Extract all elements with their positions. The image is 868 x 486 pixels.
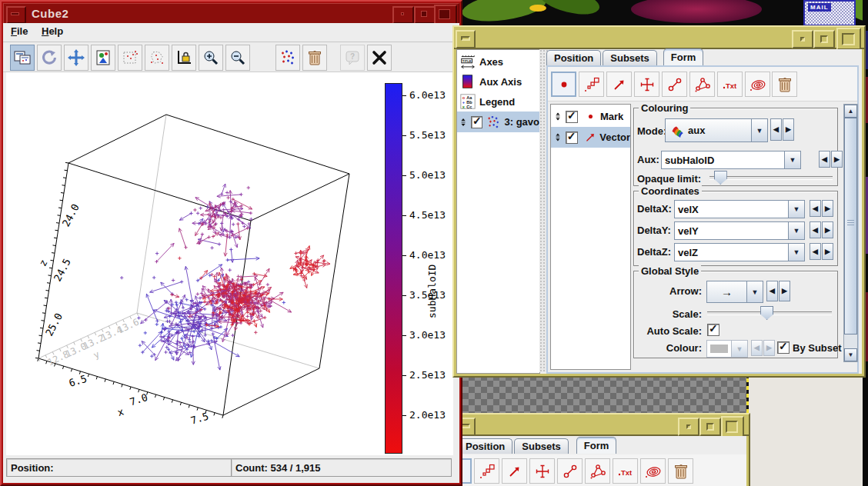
vector-button[interactable] [502, 458, 527, 484]
chevron-down-icon[interactable]: ▼ [784, 151, 800, 168]
size-button[interactable] [474, 458, 499, 484]
chevron-down-icon[interactable]: ▼ [751, 119, 767, 141]
main-window-shade-button[interactable] [392, 6, 414, 24]
form-layers-list[interactable]: Mark Vector [550, 104, 631, 370]
deltax-spinner[interactable]: ◀▶ [810, 200, 833, 217]
error-bars-button[interactable] [634, 72, 659, 97]
slider-thumb[interactable] [714, 171, 727, 185]
list-item-aux-axis[interactable]: Aux Axis [457, 72, 539, 92]
ellipse-button[interactable] [640, 458, 666, 484]
form-trash-button[interactable] [772, 72, 797, 97]
arrow-combobox[interactable]: → ▼ [706, 281, 763, 303]
scroll-down-icon[interactable]: ▼ [844, 348, 857, 361]
trash-button[interactable] [302, 45, 327, 71]
main-window-maximize-button[interactable] [434, 5, 457, 25]
dataset-visibility-checkbox[interactable] [471, 116, 482, 128]
deltaz-spinner[interactable]: ◀▶ [810, 243, 833, 260]
vector-visibility-checkbox[interactable] [566, 131, 578, 144]
bottom-window-titlebar[interactable] [454, 414, 749, 436]
layer-row-mark[interactable]: Mark [551, 106, 630, 127]
deltaz-combobox[interactable]: velZ ▼ [674, 243, 805, 261]
export-image-button[interactable] [91, 45, 115, 71]
bottom-window-maximize-button[interactable] [721, 416, 744, 438]
form-trash-button[interactable] [668, 458, 693, 484]
aux-combobox[interactable]: subHaloID ▼ [661, 151, 801, 169]
layer-row-vector[interactable]: Vector [551, 127, 630, 148]
pan-button[interactable] [64, 45, 88, 71]
cube-3d-plot[interactable]: 24.024.525.0z6.57.07.5x12.813.013.213.41… [6, 72, 453, 455]
slider-thumb[interactable] [760, 306, 773, 320]
poly-icon [693, 75, 712, 94]
label-text-button[interactable] [717, 72, 743, 97]
close-button[interactable] [367, 45, 392, 71]
deltay-combobox[interactable]: velY ▼ [674, 221, 805, 240]
ellipse-button[interactable] [745, 72, 770, 97]
menu-help[interactable]: Help [42, 25, 63, 37]
arrow-spinner[interactable]: ◀▶ [766, 281, 790, 301]
poly-button[interactable] [585, 458, 610, 484]
auto-scale-checkbox[interactable] [707, 324, 719, 336]
deltay-spinner[interactable]: ◀▶ [810, 221, 833, 238]
bottom-window-shade-button[interactable] [678, 418, 699, 436]
mark-visibility-checkbox[interactable] [566, 111, 578, 123]
main-window-iconify-button[interactable] [414, 6, 436, 24]
list-item-axes[interactable]: Axes [457, 52, 539, 72]
bottom-window-iconify-button[interactable] [699, 418, 721, 436]
scale-slider[interactable] [707, 305, 832, 319]
menu-file[interactable]: File [11, 25, 28, 37]
tab-form[interactable]: Form [576, 437, 617, 454]
chevron-down-icon[interactable]: ▼ [788, 201, 804, 218]
error-bars-button[interactable] [529, 458, 555, 484]
scroll-up-icon[interactable]: ▲ [844, 105, 857, 118]
scatter-style-button[interactable] [275, 45, 300, 71]
tab-subsets[interactable]: Subsets [603, 50, 657, 65]
vector-button[interactable] [606, 72, 632, 97]
mark-button[interactable] [551, 72, 576, 97]
size-button[interactable] [579, 72, 604, 97]
tab-form[interactable]: Form [663, 48, 704, 65]
tab-position[interactable]: Position [458, 438, 512, 454]
list-item-legend[interactable]: Legend [457, 92, 539, 112]
scrollbar-thumb[interactable] [844, 118, 857, 335]
zoom-out-button[interactable] [225, 45, 250, 71]
deltax-combobox[interactable]: velX ▼ [674, 200, 805, 218]
mode-combobox[interactable]: aux ▼ [665, 118, 768, 142]
main-window-menu-button[interactable] [6, 6, 26, 24]
reorder-updown-icon[interactable] [553, 110, 563, 123]
dialog-iconify-button[interactable] [813, 30, 835, 48]
aux-spinner[interactable]: ◀▶ [819, 151, 843, 168]
lock-axes-button[interactable] [172, 45, 196, 71]
plot-windows-button[interactable] [10, 45, 35, 71]
settings-scrollbar[interactable]: ▲ ▼ [843, 104, 858, 362]
plot-form-window-partial[interactable]: Position Subsets Form [452, 413, 750, 486]
cube-plot-window[interactable]: Cube2 File Help 24.024.525.0z6.57.07.5x1… [0, 0, 462, 486]
chevron-down-icon[interactable]: ▼ [746, 281, 763, 302]
opaque-limit-slider[interactable] [709, 170, 833, 184]
link2-button[interactable] [557, 458, 583, 484]
dialog-shade-button[interactable] [792, 30, 813, 48]
poly-button[interactable] [689, 72, 715, 97]
chevron-down-icon[interactable]: ▼ [788, 244, 804, 261]
dialog-menu-button[interactable] [456, 30, 476, 48]
region-sketch-button[interactable] [145, 45, 169, 71]
mode-spinner[interactable]: ◀▶ [770, 118, 794, 141]
region-blink-button[interactable] [118, 45, 142, 71]
chevron-down-icon[interactable]: ▼ [788, 222, 804, 239]
dialog-titlebar[interactable] [454, 27, 864, 49]
plot-control-list[interactable]: Axes Aux Axis Legend 3: gavo [456, 49, 540, 374]
main-window-titlebar[interactable]: Cube2 [3, 3, 459, 25]
list-item-dataset-gavo[interactable]: 3: gavo [457, 112, 539, 132]
tab-position[interactable]: Position [546, 50, 601, 65]
tab-subsets[interactable]: Subsets [514, 438, 569, 454]
by-subset-checkbox[interactable] [777, 341, 790, 354]
mail-desktop-icon[interactable]: MAIL [803, 0, 856, 26]
reorder-updown-icon[interactable] [553, 131, 563, 144]
zoom-in-button[interactable] [199, 45, 223, 71]
plot-style-dialog[interactable]: Axes Aux Axis Legend 3: gavo [452, 25, 866, 378]
link2-button[interactable] [662, 72, 687, 97]
count-status-field: Count: 534 / 1,915 [231, 458, 452, 477]
rotate-button[interactable] [37, 45, 62, 71]
reorder-updown-icon[interactable] [459, 115, 468, 129]
dialog-maximize-button[interactable] [836, 28, 861, 50]
label-text-button[interactable] [613, 458, 638, 484]
